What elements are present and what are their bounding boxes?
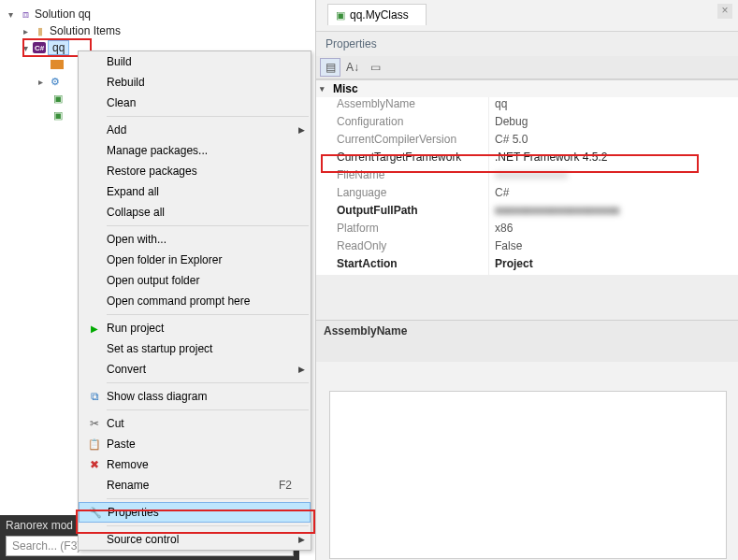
properties-page-button[interactable]: ▭ (365, 58, 385, 77)
menu-separator (107, 382, 309, 383)
menu-separator (107, 225, 309, 226)
menu-show-class[interactable]: ⧉Show class diagram (79, 386, 311, 407)
menu-restore-packages[interactable]: Restore packages (79, 161, 311, 181)
prop-language[interactable]: LanguageC# (316, 186, 738, 204)
menu-open-with[interactable]: Open with... (79, 229, 311, 250)
properties-window: Properties × ▤ A↓ ▭ ▾ Misc AssemblyNameq… (316, 31, 738, 362)
menu-clean[interactable]: Clean (79, 93, 311, 113)
close-icon[interactable]: × (717, 4, 732, 19)
solution-node[interactable]: ▾ ⧈ Solution qq (6, 6, 299, 22)
prop-compiler[interactable]: CurrentCompilerVersionC# 5.0 (316, 133, 738, 151)
solution-items-node[interactable]: ▸ ▮ Solution Items (6, 22, 299, 39)
prop-configuration[interactable]: ConfigurationDebug (316, 115, 738, 133)
prop-startaction[interactable]: StartActionProject (316, 257, 738, 275)
expand-icon[interactable]: ▸ (21, 26, 31, 36)
diagram-icon: ⧉ (91, 390, 99, 403)
editor-panel: ▣ qq.MyClass Properties × ▤ A↓ ▭ ▾ Misc … (315, 0, 738, 560)
menu-collapse-all[interactable]: Collapse all (79, 202, 311, 223)
menu-add[interactable]: Add▶ (79, 120, 311, 140)
tab-label: qq.MyClass (350, 8, 409, 22)
menu-separator (107, 116, 309, 117)
references-icon: ⚙ (48, 74, 63, 89)
menu-expand-all[interactable]: Expand all (79, 181, 311, 202)
menu-rebuild[interactable]: Rebuild (79, 72, 311, 93)
menu-source-control[interactable]: Source control▶ (79, 529, 311, 550)
solution-icon: ⧈ (18, 7, 33, 22)
collapse-icon[interactable]: ▾ (320, 84, 333, 93)
submenu-arrow-icon: ▶ (298, 365, 305, 374)
menu-manage-packages[interactable]: Manage packages... (79, 140, 311, 161)
play-icon: ▶ (91, 323, 98, 334)
file-tab[interactable]: ▣ qq.MyClass (327, 4, 427, 25)
collapse-icon[interactable]: ▾ (6, 9, 16, 20)
menu-properties[interactable]: 🔧Properties (79, 502, 311, 523)
cs-file-icon: ▣ (51, 91, 65, 106)
prop-targetframework[interactable]: CurrentTargetFramework.NET Framework 4.5… (316, 151, 738, 168)
categorized-button[interactable]: ▤ (320, 58, 340, 77)
menu-open-folder[interactable]: Open folder in Explorer (79, 250, 311, 270)
menu-rename[interactable]: RenameF2 (79, 475, 311, 495)
paste-icon: 📋 (88, 438, 101, 451)
prop-platform[interactable]: Platformx86 (316, 222, 738, 239)
cut-icon: ✂ (90, 417, 99, 430)
menu-cut[interactable]: ✂Cut (79, 413, 311, 434)
properties-toolbar: ▤ A↓ ▭ (316, 56, 738, 79)
prop-filename[interactable]: FileNamexxxxxxxxxxxxx (316, 168, 738, 186)
remove-icon: ✖ (90, 458, 99, 471)
expand-icon[interactable]: ▸ (36, 77, 46, 87)
menu-convert[interactable]: Convert▶ (79, 359, 311, 380)
menu-run-project[interactable]: ▶Run project (79, 318, 311, 338)
item-icon (51, 60, 64, 69)
menu-open-cmd[interactable]: Open command prompt here (79, 291, 311, 311)
properties-title: Properties (316, 32, 738, 56)
prop-outputpath[interactable]: OutputFullPathxxxxxxxxxxxxxxxxxxxx (316, 204, 738, 222)
cs-file-icon: ▣ (51, 108, 65, 122)
context-menu: Build Rebuild Clean Add▶ Manage packages… (78, 50, 311, 551)
menu-separator (107, 409, 309, 410)
solution-items-label: Solution Items (50, 24, 121, 37)
menu-separator (107, 498, 309, 499)
editor-area[interactable] (329, 391, 727, 559)
shortcut-label: F2 (279, 479, 292, 492)
prop-assemblyname[interactable]: AssemblyNameqq (316, 97, 738, 115)
solution-label: Solution qq (35, 7, 91, 21)
menu-paste[interactable]: 📋Paste (79, 434, 311, 454)
menu-separator (107, 314, 309, 315)
menu-separator (107, 525, 309, 526)
category-label: Misc (333, 82, 358, 95)
category-row[interactable]: ▾ Misc (316, 80, 738, 97)
menu-open-output[interactable]: Open output folder (79, 270, 311, 291)
property-description: AssemblyName (316, 320, 738, 362)
menu-build[interactable]: Build (79, 51, 311, 72)
submenu-arrow-icon: ▶ (298, 535, 305, 544)
menu-set-startup[interactable]: Set as startup project (79, 338, 311, 359)
prop-readonly[interactable]: ReadOnlyFalse (316, 239, 738, 257)
alphabetical-button[interactable]: A↓ (342, 58, 363, 77)
menu-remove[interactable]: ✖Remove (79, 454, 311, 475)
folder-icon: ▮ (33, 23, 48, 38)
submenu-arrow-icon: ▶ (298, 125, 305, 135)
properties-icon: 🔧 (89, 507, 102, 519)
cs-file-icon: ▣ (336, 9, 345, 22)
property-grid: ▾ Misc AssemblyNameqq ConfigurationDebug… (316, 79, 738, 275)
